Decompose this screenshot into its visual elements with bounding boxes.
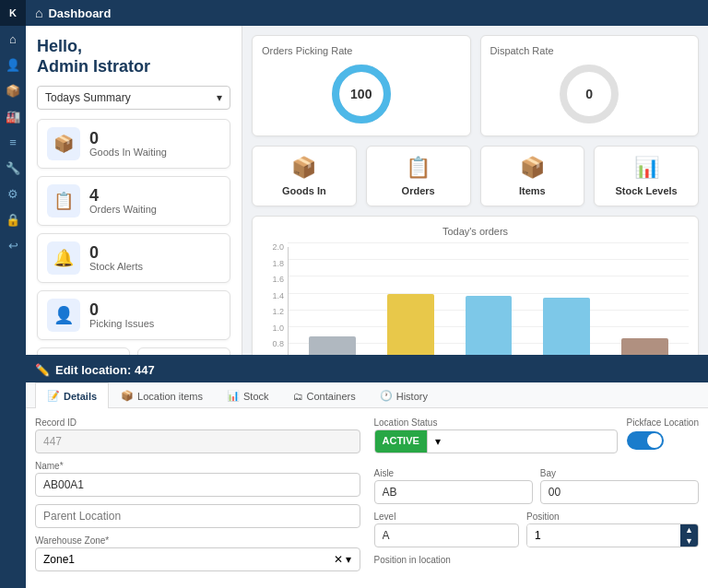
bar-picking: Picking <box>450 247 528 355</box>
stat-card-goods-in-waiting: 📦 0 Goods In Waiting <box>37 119 230 169</box>
position-spinner[interactable]: ▲ ▼ <box>526 523 699 547</box>
tab-stock[interactable]: 📊 Stock <box>215 382 281 408</box>
aisle-group: Aisle <box>374 468 533 504</box>
chart-card: Today's orders 2.01.81.61.41.2 1.00.80.6… <box>252 216 699 355</box>
tab-details[interactable]: 📝 Details <box>35 382 109 408</box>
pickface-location-group: Pickface Location <box>627 417 699 461</box>
aisle-bay-row: Aisle Bay <box>374 468 700 512</box>
sidebar-item-warehouse[interactable]: 🏭 <box>0 103 26 129</box>
orders-waiting-number: 4 <box>89 187 157 204</box>
goods-in-waiting-icon: 📦 <box>47 127 80 160</box>
pickface-toggle[interactable] <box>627 431 664 450</box>
orders-picking-rate-value: 100 <box>350 87 372 101</box>
stock-levels-action-label: Stock Levels <box>615 185 677 196</box>
summary-dropdown[interactable]: Todays Summary ▾ <box>37 86 230 110</box>
aisle-input[interactable] <box>374 480 533 504</box>
goods-in-waiting-label: Goods In Waiting <box>89 147 167 158</box>
edit-icon: ✏️ <box>35 363 50 377</box>
action-card-stock-levels[interactable]: 📊 Stock Levels <box>594 146 699 206</box>
action-card-items[interactable]: 📦 Items <box>480 146 585 206</box>
edit-form-body: Record ID Name* Warehouse Zone* Zone1 ✕ … <box>26 408 708 588</box>
sidebar-item-tools[interactable]: 🔧 <box>0 155 26 181</box>
form-right: Location Status ACTIVE ▾ Pickface Locati… <box>374 417 700 579</box>
parent-location-input[interactable] <box>35 504 360 528</box>
stock-alerts-icon: 🔔 <box>47 241 80 275</box>
record-id-label: Record ID <box>35 417 360 428</box>
picking-issues-number: 0 <box>89 301 154 318</box>
edit-location-header: ✏️ Edit location: 447 <box>26 358 708 382</box>
tab-history[interactable]: 🕐 History <box>368 382 440 408</box>
sidebar-item-packages[interactable]: 📦 <box>0 77 26 103</box>
action-card-orders[interactable]: 📋 Orders <box>366 146 471 206</box>
details-tab-icon: 📝 <box>47 390 60 402</box>
dashboard-area: Hello, Admin Istrator Todays Summary ▾ 📦… <box>26 26 708 355</box>
sidebar-item-dashboard[interactable]: ⌂ <box>0 26 26 52</box>
bay-label: Bay <box>540 468 699 478</box>
dispatch-rate-donut: 0 <box>557 62 621 126</box>
form-left: Record ID Name* Warehouse Zone* Zone1 ✕ … <box>35 417 360 579</box>
warehouse-zone-select[interactable]: Zone1 ✕ ▾ <box>35 547 360 571</box>
history-tab-icon: 🕐 <box>380 390 393 402</box>
sidebar-item-orders[interactable]: ≡ <box>0 129 26 155</box>
stock-alerts-label: Stock Alerts <box>89 261 143 272</box>
history-tab-label: History <box>396 391 428 402</box>
goods-in-waiting-number: 0 <box>89 130 167 147</box>
spinner-down-button[interactable]: ▼ <box>680 535 698 547</box>
picking-issues-icon: 👤 <box>47 299 80 332</box>
action-card-goods-in[interactable]: 📦 Goods In <box>252 146 357 206</box>
spinner-up-button[interactable]: ▲ <box>680 524 698 535</box>
bottom-stats: Items to Pick 9 Items Shorted 0 <box>37 347 230 355</box>
y-axis: 2.01.81.61.41.2 1.00.80.60.40.20 <box>262 242 288 355</box>
edit-tabs: 📝 Details 📦 Location items 📊 Stock 🗂 Con… <box>26 382 708 408</box>
warehouse-zone-chevron: ✕ ▾ <box>334 553 351 566</box>
dispatch-rate-card: Dispatch Rate 0 <box>480 35 700 136</box>
dispatch-rate-title: Dispatch Rate <box>490 45 554 56</box>
name-input[interactable] <box>35 473 360 497</box>
record-id-group: Record ID <box>35 417 360 453</box>
metrics-row: Orders Picking Rate 100 Dispatch Rate <box>252 35 699 136</box>
spinner-buttons: ▲ ▼ <box>680 524 698 547</box>
main-content: ⌂ Dashboard Hello, Admin Istrator Todays… <box>26 0 708 588</box>
items-action-label: Items <box>519 185 546 196</box>
location-status-group: Location Status ACTIVE ▾ <box>374 417 618 453</box>
quick-actions-row: 📦 Goods In 📋 Orders 📦 Items 📊 Stock Leve… <box>252 146 699 206</box>
sidebar-item-lock[interactable]: 🔒 <box>0 206 26 232</box>
stock-levels-icon: 📊 <box>634 156 659 180</box>
items-icon: 📦 <box>520 156 545 180</box>
bar-pending: Pending <box>293 247 372 355</box>
position-in-location-group: Position in location <box>374 555 700 565</box>
dispatch-rate-value: 0 <box>585 87 593 101</box>
stock-tab-icon: 📊 <box>227 390 240 402</box>
bay-group: Bay <box>540 468 699 504</box>
level-input[interactable] <box>374 523 520 547</box>
orders-waiting-label: Orders Waiting <box>89 204 157 215</box>
left-panel: Hello, Admin Istrator Todays Summary ▾ 📦… <box>26 26 242 355</box>
sidebar-item-back[interactable]: ↩ <box>0 232 26 258</box>
containers-tab-label: Containers <box>307 391 356 402</box>
position-input[interactable] <box>527 524 680 547</box>
location-items-tab-icon: 📦 <box>121 390 134 402</box>
location-status-select[interactable]: ACTIVE ▾ <box>374 429 618 453</box>
bay-input[interactable] <box>540 480 699 504</box>
containers-tab-icon: 🗂 <box>293 391 303 402</box>
position-in-location-label: Position in location <box>374 555 700 565</box>
warehouse-zone-label: Warehouse Zone* <box>35 535 360 546</box>
sidebar-item-settings[interactable]: ⚙ <box>0 181 26 206</box>
record-id-input[interactable] <box>35 429 360 453</box>
sidebar-item-users[interactable]: 👤 <box>0 52 26 77</box>
bar-waiting: Waiting <box>372 247 450 355</box>
orders-waiting-icon: 📋 <box>47 184 80 218</box>
right-panel: Orders Picking Rate 100 Dispatch Rate <box>242 26 708 355</box>
tab-containers[interactable]: 🗂 Containers <box>281 382 368 408</box>
edit-location-section: ✏️ Edit location: 447 📝 Details 📦 Locati… <box>26 355 708 588</box>
location-status-chevron[interactable]: ▾ <box>427 430 448 453</box>
parent-location-group <box>35 504 360 528</box>
location-status-badge: ACTIVE <box>375 430 427 453</box>
orders-icon: 📋 <box>406 156 431 180</box>
edit-location-title: Edit location: 447 <box>55 363 155 377</box>
tab-location-items[interactable]: 📦 Location items <box>109 382 215 408</box>
name-group: Name* <box>35 461 360 497</box>
sidebar: K ⌂ 👤 📦 🏭 ≡ 🔧 ⚙ 🔒 ↩ <box>0 0 26 588</box>
stat-card-orders-waiting: 📋 4 Orders Waiting <box>37 176 230 226</box>
stock-alerts-number: 0 <box>89 244 143 261</box>
